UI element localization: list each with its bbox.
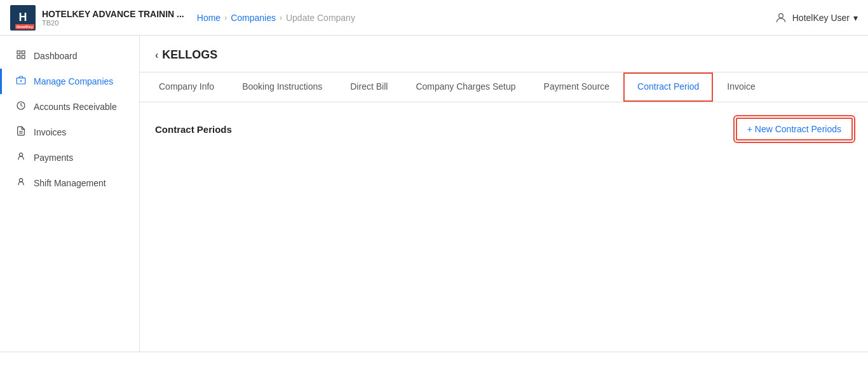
main-content: ‹ KELLOGS Company Info Booking Instructi…	[140, 36, 868, 377]
svg-rect-2	[22, 51, 25, 54]
app-title-block: HOTELKEY ADVANCE TRAININ ... TB20	[42, 9, 184, 27]
breadcrumb-companies[interactable]: Companies	[231, 13, 276, 23]
company-back-link[interactable]: ‹ KELLOGS	[155, 48, 853, 62]
sidebar-label-accounts-receivable: Accounts Receivable	[34, 102, 117, 112]
app-code: TB20	[42, 19, 184, 27]
breadcrumb-home[interactable]: Home	[197, 13, 220, 23]
tab-invoice[interactable]: Invoice	[713, 72, 769, 102]
dashboard-icon	[15, 50, 27, 62]
main-layout: Dashboard Manage Companies Accounts Rece…	[0, 36, 868, 377]
page-company-name: KELLOGS	[162, 48, 217, 62]
breadcrumb-sep-2: ›	[280, 13, 282, 22]
svg-point-0	[778, 13, 783, 18]
tab-company-charges-setup[interactable]: Company Charges Setup	[402, 72, 529, 102]
user-label: HotelKey User	[792, 13, 850, 23]
sidebar-label-shift-management: Shift Management	[34, 178, 106, 188]
section-title: Contract Periods	[155, 124, 232, 135]
shift-management-icon	[15, 177, 27, 189]
new-contract-periods-button[interactable]: + New Contract Periods	[736, 118, 853, 141]
tab-booking-instructions[interactable]: Booking Instructions	[228, 72, 336, 102]
svg-rect-1	[17, 51, 20, 54]
sidebar-label-invoices: Invoices	[34, 127, 66, 137]
content-header: Contract Periods + New Contract Periods	[155, 118, 853, 141]
user-dropdown-icon: ▾	[853, 13, 858, 23]
page-title-bar: ‹ KELLOGS	[140, 36, 868, 72]
sidebar-item-manage-companies[interactable]: Manage Companies	[0, 69, 139, 94]
logo-area: H HotelKey HOTELKEY ADVANCE TRAININ ... …	[10, 5, 184, 31]
tab-direct-bill[interactable]: Direct Bill	[336, 72, 402, 102]
accounts-receivable-icon	[15, 100, 27, 113]
tab-company-info[interactable]: Company Info	[145, 72, 228, 102]
tabs-bar: Company Info Booking Instructions Direct…	[140, 72, 868, 102]
breadcrumb: Home › Companies › Update Company	[184, 13, 773, 23]
user-avatar-icon	[773, 10, 789, 25]
svg-rect-4	[22, 55, 25, 58]
footer-bar	[0, 352, 868, 377]
logo-sub: HotelKey	[15, 24, 34, 29]
sidebar-item-dashboard[interactable]: Dashboard	[0, 43, 139, 69]
contract-period-content: Contract Periods + New Contract Periods	[140, 102, 868, 166]
app-name: HOTELKEY ADVANCE TRAININ ...	[42, 9, 184, 19]
logo-letter: H	[19, 11, 27, 24]
sidebar-item-payments[interactable]: Payments	[0, 145, 139, 170]
manage-companies-icon	[15, 75, 27, 88]
sidebar-item-accounts-receivable[interactable]: Accounts Receivable	[0, 94, 139, 120]
back-arrow-icon: ‹	[155, 50, 158, 61]
sidebar-label-payments: Payments	[34, 153, 73, 163]
user-menu[interactable]: HotelKey User ▾	[773, 10, 858, 25]
breadcrumb-sep-1: ›	[224, 13, 227, 22]
app-header: H HotelKey HOTELKEY ADVANCE TRAININ ... …	[0, 0, 868, 36]
sidebar-label-manage-companies: Manage Companies	[34, 76, 113, 86]
breadcrumb-current: Update Company	[286, 13, 355, 23]
svg-point-12	[19, 179, 22, 182]
invoices-icon	[15, 126, 27, 139]
sidebar: Dashboard Manage Companies Accounts Rece…	[0, 36, 140, 377]
svg-rect-3	[17, 55, 20, 58]
payments-icon	[15, 151, 27, 164]
logo-icon: H HotelKey	[10, 5, 36, 31]
svg-point-11	[19, 153, 22, 156]
tab-payment-source[interactable]: Payment Source	[530, 72, 624, 102]
tab-contract-period[interactable]: Contract Period	[623, 72, 713, 102]
sidebar-item-invoices[interactable]: Invoices	[0, 120, 139, 145]
sidebar-label-dashboard: Dashboard	[34, 51, 78, 61]
sidebar-item-shift-management[interactable]: Shift Management	[0, 170, 139, 196]
